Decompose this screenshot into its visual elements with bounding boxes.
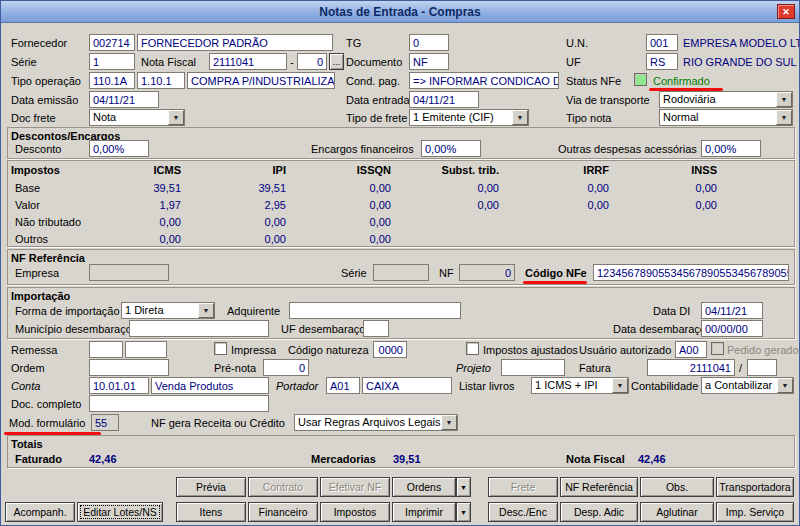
contabilidade-select[interactable]: a Contabilizar ▼ <box>701 377 794 394</box>
nota-fiscal-field[interactable]: 2111041 <box>209 53 287 70</box>
data-entrada-field[interactable]: 04/11/21 <box>409 91 479 108</box>
portador-field[interactable]: A01 <box>326 377 360 394</box>
chevron-down-icon[interactable]: ▼ <box>168 110 184 125</box>
encargos-label: Encargos financeiros <box>311 142 414 157</box>
impressa-checkbox[interactable] <box>214 342 227 355</box>
desconto-field[interactable]: 0,00% <box>89 140 149 157</box>
documento-field[interactable]: NF <box>409 53 449 70</box>
portador-descricao-field: CAIXA <box>362 377 452 394</box>
adquirente-field[interactable] <box>289 302 461 319</box>
annotation-underline-status-nfe <box>649 88 723 91</box>
imprimir-dropdown-button[interactable]: ▼ <box>456 502 471 522</box>
impostos-cell: 2,95 <box>226 198 286 213</box>
doc-frete-select[interactable]: Nota ▼ <box>89 109 185 126</box>
status-nfe-checkbox[interactable] <box>634 73 647 86</box>
pre-nota-label: Pré-nota <box>214 361 256 376</box>
tipo-nota-select[interactable]: Normal ▼ <box>659 109 793 126</box>
codigo-natureza-label: Código natureza <box>288 343 369 358</box>
adquirente-label: Adquirente <box>227 304 280 319</box>
chevron-down-icon[interactable]: ▼ <box>512 110 528 125</box>
chevron-down-icon[interactable]: ▼ <box>776 110 792 125</box>
faturado-label: Faturado <box>15 452 62 467</box>
chevron-down-icon[interactable]: ▼ <box>777 378 793 393</box>
nf-ref-nf-field: 0 <box>459 264 515 281</box>
impostos-button[interactable]: Impostos <box>320 502 390 522</box>
projeto-label: Projeto <box>456 361 491 376</box>
usuario-autorizado-label: Usuário autorizado <box>579 343 671 358</box>
acompanh-button[interactable]: Acompanh. <box>5 502 75 522</box>
impostos-ajustados-checkbox[interactable] <box>466 342 479 355</box>
financeiro-button[interactable]: Financeiro <box>248 502 318 522</box>
projeto-field[interactable] <box>501 359 565 376</box>
tg-field[interactable]: 0 <box>409 34 449 51</box>
ordens-dropdown-button[interactable]: ▼ <box>456 477 471 497</box>
encargos-field[interactable]: 0,00% <box>421 140 481 157</box>
desp-adic-button[interactable]: Desp. Adic <box>560 502 638 522</box>
fornecedor-code-field[interactable]: 002714 <box>89 34 135 51</box>
imp-servico-button[interactable]: Imp. Serviço <box>716 502 794 522</box>
close-icon: ✕ <box>782 7 790 17</box>
data-emissao-label: Data emissão <box>11 93 78 108</box>
conta-descricao-field: Venda Produtos <box>151 377 269 394</box>
remessa-field-2[interactable] <box>125 341 167 358</box>
ordens-button[interactable]: Ordens <box>392 477 456 497</box>
municipio-desembaraco-field[interactable] <box>129 320 269 337</box>
efetivar-nf-button: Efetivar NF <box>320 477 390 497</box>
close-button[interactable]: ✕ <box>777 4 795 19</box>
transportadora-button[interactable]: Transportadora <box>716 477 794 497</box>
impostos-cell: 0,00 <box>331 198 391 213</box>
codigo-nfe-field[interactable]: 1234567890553456789055345678905534567890… <box>593 264 789 281</box>
desc-enc-button[interactable]: Desc./Enc <box>488 502 558 522</box>
chevron-down-icon[interactable]: ▼ <box>198 303 214 318</box>
data-desembaraco-label: Data desembaraço <box>613 322 706 337</box>
forma-importacao-label: Forma de importação <box>15 304 120 319</box>
impostos-title: Impostos <box>11 163 60 178</box>
tipo-operacao-code2-field[interactable]: 1.10.1 <box>137 72 185 89</box>
chevron-down-icon[interactable]: ▼ <box>776 92 792 107</box>
data-desembaraco-field[interactable]: 00/00/00 <box>701 320 763 337</box>
fatura-field-2[interactable] <box>747 359 777 376</box>
title-bar[interactable]: Notas de Entrada - Compras ✕ <box>1 1 799 23</box>
nf-ref-serie-field <box>373 264 429 281</box>
chevron-down-icon[interactable]: ▼ <box>441 415 457 430</box>
contrato-button: Contrato <box>248 477 318 497</box>
remessa-field-1[interactable] <box>89 341 123 358</box>
data-emissao-field[interactable]: 04/11/21 <box>89 91 159 108</box>
obs-button[interactable]: Obs. <box>640 477 714 497</box>
doc-completo-field[interactable] <box>89 395 269 412</box>
nf-referencia-button[interactable]: NF Referência <box>560 477 638 497</box>
impostos-cell: 0,00 <box>439 198 499 213</box>
tipo-frete-select[interactable]: 1 Emitente (CIF) ▼ <box>409 109 529 126</box>
editar-lotes-ns-button[interactable]: Editar Lotes/NS <box>77 502 163 522</box>
previa-button[interactable]: Prévia <box>176 477 246 497</box>
codigo-natureza-field[interactable]: 0000 <box>373 341 407 358</box>
tipo-operacao-code1-field[interactable]: 110.1A <box>89 72 135 89</box>
data-di-field[interactable]: 04/11/21 <box>701 302 763 319</box>
aglutinar-button[interactable]: Aglutinar <box>640 502 714 522</box>
cond-pag-field[interactable]: => INFORMAR CONDICAO DE PA <box>409 72 559 89</box>
listar-livros-select[interactable]: 1 ICMS + IPI ▼ <box>531 377 629 394</box>
pre-nota-field[interactable]: 0 <box>263 359 309 376</box>
fatura-field[interactable]: 2111041 <box>647 359 735 376</box>
un-code-field[interactable]: 001 <box>646 34 678 51</box>
outras-despesas-field[interactable]: 0,00% <box>701 140 761 157</box>
nf-gera-select[interactable]: Usar Regras Arquivos Legais ▼ <box>294 414 458 431</box>
usuario-autorizado-field[interactable]: A00 <box>675 341 707 358</box>
serie-field[interactable]: 1 <box>89 53 135 70</box>
fatura-separator: / <box>739 361 742 376</box>
ordem-field[interactable] <box>89 359 169 376</box>
uf-desembaraco-field[interactable] <box>363 320 389 337</box>
chevron-down-icon[interactable]: ▼ <box>612 378 628 393</box>
desconto-label: Desconto <box>15 142 61 157</box>
forma-importacao-select[interactable]: 1 Direta ▼ <box>121 302 215 319</box>
uf-code-field[interactable]: RS <box>646 53 678 70</box>
nota-fiscal-suffix-field[interactable]: 0 <box>297 53 327 70</box>
impostos-cell: 0,00 <box>331 215 391 230</box>
nota-fiscal-browse-button[interactable]: ... <box>329 53 344 70</box>
itens-button[interactable]: Itens <box>176 502 246 522</box>
imprimir-button[interactable]: Imprimir <box>392 502 456 522</box>
conta-field[interactable]: 10.01.01 <box>89 377 149 394</box>
remessa-label: Remessa <box>11 343 57 358</box>
impostos-cell: 39,51 <box>226 181 286 196</box>
via-transporte-select[interactable]: Rodoviária ▼ <box>659 91 793 108</box>
